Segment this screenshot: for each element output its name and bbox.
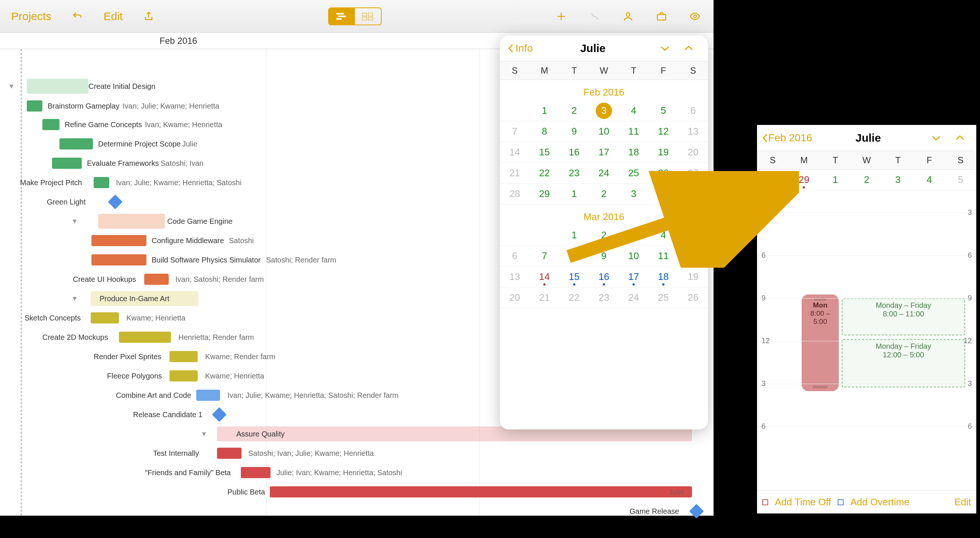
briefcase-icon[interactable] bbox=[654, 9, 669, 24]
day-cell[interactable]: 7 bbox=[530, 246, 559, 266]
task-bar[interactable] bbox=[42, 119, 59, 130]
day-cell[interactable]: 20 bbox=[500, 287, 530, 308]
day-cell[interactable]: 3 bbox=[589, 100, 619, 121]
task-row[interactable]: Game Release bbox=[0, 502, 714, 520]
add-overtime-button[interactable]: Add Overtime bbox=[850, 497, 909, 508]
time-off-block[interactable]: Mon 8:00 – 5:00 bbox=[802, 294, 839, 391]
day-cell[interactable]: 1 bbox=[530, 100, 559, 121]
day-cell[interactable]: 2 bbox=[559, 100, 589, 121]
disclosure-icon[interactable]: ▼ bbox=[8, 83, 15, 90]
task-bar[interactable] bbox=[169, 351, 198, 362]
day-cell[interactable]: 10 bbox=[619, 246, 649, 266]
day-cell[interactable]: 29 bbox=[788, 170, 819, 190]
edit-button[interactable]: Edit bbox=[955, 497, 971, 508]
day-cell[interactable]: 15 bbox=[559, 267, 589, 287]
day-cell[interactable]: 18 bbox=[619, 142, 649, 162]
task-bar[interactable] bbox=[217, 448, 242, 459]
chevron-down-icon[interactable] bbox=[924, 132, 948, 144]
task-bar[interactable] bbox=[241, 467, 270, 478]
task-bar[interactable] bbox=[169, 370, 198, 382]
day-cell[interactable]: 19 bbox=[649, 142, 678, 162]
disclosure-icon[interactable]: ▼ bbox=[72, 295, 78, 302]
day-cell[interactable]: 12 bbox=[678, 246, 708, 266]
day-cell[interactable]: 4 bbox=[649, 184, 678, 204]
day-cell[interactable]: 22 bbox=[559, 287, 589, 308]
day-cell[interactable] bbox=[530, 225, 559, 245]
day-cell[interactable]: 23 bbox=[559, 163, 589, 183]
day-cell[interactable]: 4 bbox=[913, 170, 945, 190]
task-row[interactable]: Test InternallySatoshi; Ivan; Julie; Kwa… bbox=[0, 444, 714, 463]
day-cell[interactable]: 12 bbox=[649, 121, 678, 142]
day-cell[interactable]: 25 bbox=[649, 287, 678, 308]
task-bar[interactable] bbox=[91, 312, 119, 323]
day-cell[interactable]: 1 bbox=[559, 225, 589, 245]
day-cell[interactable]: 5 bbox=[678, 225, 708, 245]
back-month-button[interactable]: Feb 2016 bbox=[762, 132, 812, 144]
day-cell[interactable]: 15 bbox=[530, 142, 559, 162]
projects-button[interactable]: Projects bbox=[11, 10, 51, 23]
day-cell[interactable]: 10 bbox=[589, 121, 619, 142]
day-cell[interactable]: 2 bbox=[851, 170, 882, 190]
milestone-diamond[interactable] bbox=[689, 504, 704, 519]
task-bar[interactable] bbox=[144, 274, 169, 285]
milestone-diamond[interactable] bbox=[108, 194, 123, 209]
day-cell[interactable]: 21 bbox=[500, 163, 530, 183]
day-cell[interactable]: 19 bbox=[678, 267, 708, 287]
day-cell[interactable]: 26 bbox=[678, 287, 708, 308]
day-cell[interactable]: 27 bbox=[678, 163, 708, 183]
task-row[interactable]: "Friends and Family" BetaJulie; Ivan; Kw… bbox=[0, 463, 714, 482]
day-cell[interactable]: 8 bbox=[559, 246, 589, 266]
disclosure-icon[interactable]: ▼ bbox=[72, 218, 78, 225]
day-cell[interactable]: 5 bbox=[945, 170, 976, 190]
day-cell[interactable]: 25 bbox=[619, 163, 649, 183]
day-cell[interactable]: 24 bbox=[589, 163, 619, 183]
day-cell[interactable]: 11 bbox=[619, 121, 649, 142]
day-cell[interactable]: 14 bbox=[530, 267, 559, 287]
add-timeoff-button[interactable]: Add Time Off bbox=[775, 497, 831, 508]
day-cell[interactable] bbox=[500, 100, 530, 121]
view-gantt-icon[interactable] bbox=[329, 8, 355, 24]
day-cell[interactable] bbox=[500, 225, 530, 245]
day-cell[interactable]: 2 bbox=[589, 225, 619, 245]
day-cell[interactable]: 5 bbox=[678, 184, 708, 204]
day-cell[interactable]: 13 bbox=[500, 267, 530, 287]
milestone-diamond[interactable] bbox=[212, 407, 227, 422]
day-cell[interactable]: 29 bbox=[530, 184, 559, 204]
day-cell[interactable]: 1 bbox=[559, 184, 589, 204]
view-grid-icon[interactable] bbox=[355, 8, 381, 24]
day-cell[interactable]: 4 bbox=[649, 225, 678, 245]
chevron-up-icon[interactable] bbox=[677, 42, 700, 54]
day-cell[interactable]: 2 bbox=[589, 184, 619, 204]
schedule-block-morning[interactable]: Monday – Friday 8:00 – 11:00 bbox=[842, 298, 965, 335]
day-cell[interactable]: 11 bbox=[649, 246, 678, 266]
day-cell[interactable]: 23 bbox=[589, 287, 619, 308]
task-bar[interactable] bbox=[119, 332, 171, 343]
task-bar[interactable] bbox=[27, 79, 88, 94]
share-icon[interactable] bbox=[141, 9, 156, 24]
chevron-up-icon[interactable] bbox=[948, 132, 972, 144]
day-cell[interactable]: 18 bbox=[649, 267, 678, 287]
day-cell[interactable]: 3 bbox=[619, 225, 649, 245]
day-cell[interactable]: 24 bbox=[619, 287, 649, 308]
task-bar[interactable] bbox=[52, 158, 82, 169]
schedule-block-afternoon[interactable]: Monday – Friday 12:00 – 5:00 bbox=[842, 339, 965, 387]
day-cell[interactable]: 28 bbox=[500, 184, 530, 204]
day-cell[interactable]: 6 bbox=[500, 246, 530, 266]
task-bar[interactable] bbox=[91, 235, 146, 246]
task-bar[interactable] bbox=[270, 486, 692, 497]
chevron-down-icon[interactable] bbox=[653, 42, 677, 54]
back-info-button[interactable]: Info bbox=[507, 42, 533, 54]
day-cell[interactable]: 1 bbox=[820, 170, 851, 190]
day-cell[interactable]: 13 bbox=[678, 121, 708, 142]
day-cell[interactable]: 17 bbox=[589, 142, 619, 162]
day-schedule[interactable]: Monday – Friday 8:00 – 11:00 Monday – Fr… bbox=[757, 190, 976, 473]
day-cell[interactable]: 22 bbox=[530, 163, 559, 183]
day-cell[interactable]: 16 bbox=[589, 267, 619, 287]
path-icon[interactable] bbox=[587, 9, 602, 24]
day-cell[interactable]: 7 bbox=[500, 121, 530, 142]
eye-icon[interactable] bbox=[687, 9, 702, 24]
day-cell[interactable]: 9 bbox=[589, 246, 619, 266]
task-bar[interactable] bbox=[59, 138, 93, 150]
day-cell[interactable]: 21 bbox=[530, 287, 559, 308]
task-bar[interactable] bbox=[196, 390, 220, 401]
